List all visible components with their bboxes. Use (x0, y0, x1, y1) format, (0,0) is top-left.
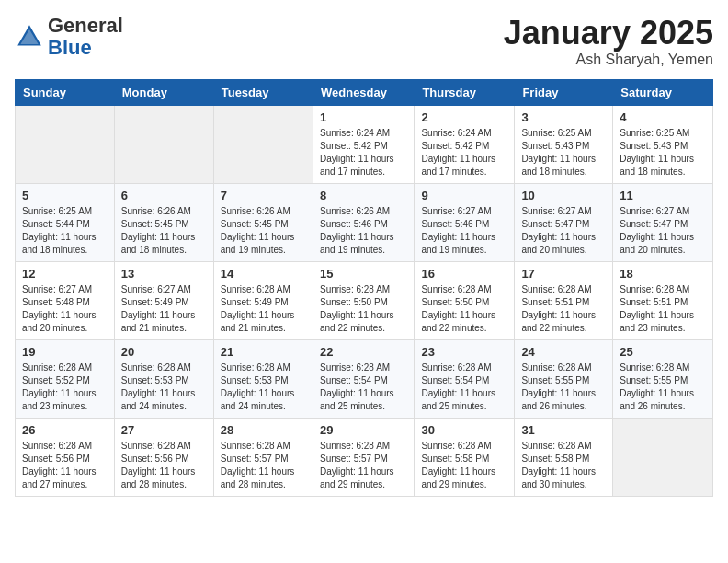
day-number: 24 (521, 345, 606, 359)
logo-icon (15, 22, 44, 52)
day-info: Sunrise: 6:28 AM Sunset: 5:51 PM Dayligh… (620, 283, 706, 335)
sunrise-text: Sunrise: 6:28 AM (121, 362, 191, 373)
daylight-text: Daylight: 11 hours and 19 minutes. (421, 232, 495, 255)
sunset-text: Sunset: 5:43 PM (620, 141, 688, 151)
sunrise-text: Sunrise: 6:28 AM (521, 441, 591, 451)
sunrise-text: Sunrise: 6:28 AM (421, 284, 491, 294)
header-thursday: Thursday (415, 79, 515, 105)
day-number: 14 (221, 267, 306, 281)
day-info: Sunrise: 6:28 AM Sunset: 5:55 PM Dayligh… (620, 362, 706, 413)
calendar-cell: 18 Sunrise: 6:28 AM Sunset: 5:51 PM Dayl… (613, 261, 713, 339)
day-info: Sunrise: 6:26 AM Sunset: 5:45 PM Dayligh… (221, 205, 306, 257)
calendar-cell: 31 Sunrise: 6:28 AM Sunset: 5:58 PM Dayl… (515, 418, 613, 496)
day-number: 10 (521, 189, 606, 202)
calendar-cell: 12 Sunrise: 6:27 AM Sunset: 5:48 PM Dayl… (16, 261, 115, 339)
sunset-text: Sunset: 5:50 PM (421, 297, 489, 307)
calendar-cell: 29 Sunrise: 6:28 AM Sunset: 5:57 PM Dayl… (313, 418, 414, 496)
sunrise-text: Sunrise: 6:28 AM (521, 362, 591, 373)
sunrise-text: Sunrise: 6:28 AM (421, 362, 491, 373)
day-info: Sunrise: 6:28 AM Sunset: 5:49 PM Dayligh… (221, 283, 306, 335)
day-info: Sunrise: 6:28 AM Sunset: 5:52 PM Dayligh… (22, 362, 108, 413)
sunset-text: Sunset: 5:55 PM (521, 375, 589, 385)
daylight-text: Daylight: 11 hours and 26 minutes. (620, 388, 694, 411)
calendar-cell: 28 Sunrise: 6:28 AM Sunset: 5:57 PM Dayl… (213, 418, 313, 496)
day-number: 3 (521, 110, 606, 124)
sunset-text: Sunset: 5:44 PM (22, 219, 90, 229)
sunset-text: Sunset: 5:51 PM (521, 297, 589, 307)
day-info: Sunrise: 6:25 AM Sunset: 5:43 PM Dayligh… (620, 127, 706, 178)
sunset-text: Sunset: 5:57 PM (221, 454, 289, 464)
sunset-text: Sunset: 5:55 PM (620, 375, 688, 385)
month-title: January 2025 (504, 15, 713, 52)
daylight-text: Daylight: 11 hours and 20 minutes. (620, 232, 694, 255)
calendar-cell: 8 Sunrise: 6:26 AM Sunset: 5:46 PM Dayli… (313, 183, 414, 261)
sunset-text: Sunset: 5:54 PM (421, 375, 489, 385)
day-number: 5 (22, 189, 108, 202)
calendar-cell: 9 Sunrise: 6:27 AM Sunset: 5:46 PM Dayli… (415, 183, 515, 261)
calendar-cell: 1 Sunrise: 6:24 AM Sunset: 5:42 PM Dayli… (313, 105, 414, 183)
page-header: General Blue January 2025 Ash Sharyah, Y… (15, 15, 713, 68)
sunset-text: Sunset: 5:52 PM (22, 375, 90, 385)
sunset-text: Sunset: 5:46 PM (320, 219, 388, 229)
day-number: 28 (221, 423, 306, 437)
daylight-text: Daylight: 11 hours and 21 minutes. (221, 310, 295, 333)
sunset-text: Sunset: 5:58 PM (521, 454, 589, 464)
day-info: Sunrise: 6:27 AM Sunset: 5:47 PM Dayligh… (521, 205, 606, 257)
sunrise-text: Sunrise: 6:28 AM (320, 362, 390, 373)
day-number: 12 (22, 267, 108, 281)
sunset-text: Sunset: 5:56 PM (22, 454, 90, 464)
sunset-text: Sunset: 5:51 PM (620, 297, 688, 307)
daylight-text: Daylight: 11 hours and 18 minutes. (620, 154, 694, 177)
sunset-text: Sunset: 5:49 PM (121, 297, 189, 307)
daylight-text: Daylight: 11 hours and 25 minutes. (421, 388, 495, 411)
calendar-cell: 11 Sunrise: 6:27 AM Sunset: 5:47 PM Dayl… (613, 183, 713, 261)
sunrise-text: Sunrise: 6:28 AM (620, 362, 689, 373)
calendar-cell: 21 Sunrise: 6:28 AM Sunset: 5:53 PM Dayl… (213, 339, 313, 418)
calendar-week-row: 5 Sunrise: 6:25 AM Sunset: 5:44 PM Dayli… (16, 183, 713, 261)
calendar-cell: 26 Sunrise: 6:28 AM Sunset: 5:56 PM Dayl… (16, 418, 115, 496)
day-number: 25 (620, 345, 706, 359)
calendar-cell: 25 Sunrise: 6:28 AM Sunset: 5:55 PM Dayl… (613, 339, 713, 418)
daylight-text: Daylight: 11 hours and 22 minutes. (320, 310, 394, 333)
day-info: Sunrise: 6:24 AM Sunset: 5:42 PM Dayligh… (421, 127, 507, 178)
daylight-text: Daylight: 11 hours and 29 minutes. (320, 466, 394, 489)
calendar-cell (114, 105, 213, 183)
daylight-text: Daylight: 11 hours and 18 minutes. (22, 232, 97, 255)
sunrise-text: Sunrise: 6:28 AM (221, 362, 290, 373)
day-number: 26 (22, 423, 108, 437)
sunset-text: Sunset: 5:46 PM (421, 219, 489, 229)
title-block: January 2025 Ash Sharyah, Yemen (504, 15, 713, 68)
calendar-cell: 22 Sunrise: 6:28 AM Sunset: 5:54 PM Dayl… (313, 339, 414, 418)
sunset-text: Sunset: 5:47 PM (620, 219, 688, 229)
daylight-text: Daylight: 11 hours and 19 minutes. (221, 232, 295, 255)
sunrise-text: Sunrise: 6:28 AM (22, 441, 92, 451)
day-info: Sunrise: 6:28 AM Sunset: 5:51 PM Dayligh… (521, 283, 606, 335)
location-title: Ash Sharyah, Yemen (504, 52, 713, 68)
daylight-text: Daylight: 11 hours and 28 minutes. (221, 466, 295, 489)
daylight-text: Daylight: 11 hours and 20 minutes. (22, 310, 97, 333)
day-info: Sunrise: 6:28 AM Sunset: 5:50 PM Dayligh… (421, 283, 507, 335)
daylight-text: Daylight: 11 hours and 27 minutes. (22, 466, 97, 489)
day-info: Sunrise: 6:28 AM Sunset: 5:53 PM Dayligh… (221, 362, 306, 413)
day-number: 21 (221, 345, 306, 359)
day-number: 4 (620, 110, 706, 124)
calendar-week-row: 12 Sunrise: 6:27 AM Sunset: 5:48 PM Dayl… (16, 261, 713, 339)
day-info: Sunrise: 6:28 AM Sunset: 5:54 PM Dayligh… (421, 362, 507, 413)
header-sunday: Sunday (16, 79, 115, 105)
daylight-text: Daylight: 11 hours and 28 minutes. (121, 466, 196, 489)
sunrise-text: Sunrise: 6:25 AM (620, 128, 689, 138)
sunrise-text: Sunrise: 6:28 AM (221, 284, 290, 294)
day-info: Sunrise: 6:28 AM Sunset: 5:58 PM Dayligh… (421, 440, 507, 491)
calendar-cell: 30 Sunrise: 6:28 AM Sunset: 5:58 PM Dayl… (415, 418, 515, 496)
day-info: Sunrise: 6:24 AM Sunset: 5:42 PM Dayligh… (320, 127, 407, 178)
header-tuesday: Tuesday (213, 79, 313, 105)
calendar-cell (613, 418, 713, 496)
day-info: Sunrise: 6:28 AM Sunset: 5:56 PM Dayligh… (121, 440, 207, 491)
sunrise-text: Sunrise: 6:28 AM (22, 362, 92, 373)
daylight-text: Daylight: 11 hours and 23 minutes. (620, 310, 694, 333)
day-info: Sunrise: 6:25 AM Sunset: 5:43 PM Dayligh… (521, 127, 606, 178)
logo-general-text: General (48, 14, 123, 37)
sunset-text: Sunset: 5:45 PM (121, 219, 189, 229)
day-number: 15 (320, 267, 407, 281)
logo: General Blue (15, 15, 123, 59)
